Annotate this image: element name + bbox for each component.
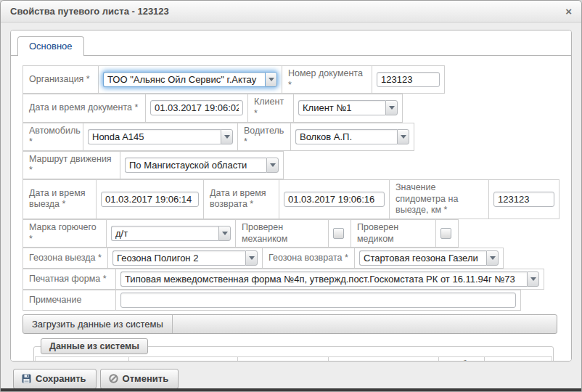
return-datetime-label: Дата и время возврата *	[210, 188, 273, 211]
mechanic-check-label: Проверен механиком	[242, 222, 322, 245]
chevron-down-icon	[530, 277, 536, 281]
route-label: Маршрут движения *	[29, 154, 114, 176]
chevron-down-icon	[249, 256, 255, 260]
note-input[interactable]	[120, 293, 516, 308]
load-system-data-button[interactable]: Загрузить данные из системы	[22, 314, 557, 334]
cancel-button[interactable]: Отменить	[100, 369, 179, 389]
geozone-return-combobox[interactable]	[359, 250, 499, 266]
form-row-fuel: Марка горючего * Проверен механиком Пров…	[22, 219, 459, 248]
form-row-note: Примечание	[22, 290, 521, 311]
window-bottom-edge	[1, 388, 581, 391]
tab-main-body: Организация * Номер документа *	[11, 55, 571, 362]
geozone-out-label: Геозона выезда *	[29, 253, 102, 264]
geozone-return-input[interactable]	[359, 250, 486, 266]
doc-number-input[interactable]	[377, 72, 440, 87]
print-form-combobox[interactable]	[120, 271, 539, 287]
client-dropdown-button[interactable]	[385, 100, 398, 115]
fuel-brand-label: Марка горючего *	[29, 222, 100, 245]
dialog-titlebar: Свойства путевого листа - 123123 ×	[1, 1, 581, 23]
driver-input[interactable]	[295, 129, 397, 144]
note-label: Примечание	[29, 295, 81, 306]
cancel-button-label: Отменить	[123, 373, 169, 384]
save-icon	[22, 374, 31, 383]
chevron-down-icon	[389, 106, 395, 110]
form-row-geozones: Геозона выезда * Геозона возврата *	[22, 248, 504, 269]
vehicle-label: Автомобиль *	[29, 126, 81, 148]
doc-number-label: Номер документа *	[288, 68, 366, 91]
form-row-doc-datetime: Дата и время документа * Клиент *	[22, 94, 403, 122]
form-row-print-form: Печатная форма *	[22, 269, 544, 290]
load-system-data-button-label: Загрузить данные из системы	[23, 315, 173, 333]
print-form-input[interactable]	[120, 271, 527, 287]
fuel-brand-dropdown-button[interactable]	[218, 226, 231, 241]
cancel-icon	[109, 374, 118, 383]
medic-checkbox[interactable]	[440, 228, 451, 239]
driver-combobox[interactable]	[295, 129, 409, 144]
client-input[interactable]	[298, 100, 385, 115]
form-row-departure: Дата и время выезда * Дата и время возвр…	[22, 179, 560, 219]
form-row-organization: Организация * Номер документа *	[22, 65, 445, 94]
organization-label: Организация *	[29, 74, 90, 86]
print-form-label: Печатная форма *	[29, 274, 107, 285]
client-label: Клиент *	[254, 97, 287, 119]
mechanic-checkbox[interactable]	[333, 228, 344, 239]
return-datetime-input[interactable]	[284, 192, 385, 207]
chevron-down-icon	[269, 78, 274, 81]
route-dropdown-button[interactable]	[266, 158, 279, 173]
odometer-out-label: Значение спидометра на выезде, км *	[395, 182, 483, 216]
fuel-brand-combobox[interactable]	[111, 226, 231, 241]
chevron-down-icon	[490, 256, 496, 260]
chevron-down-icon	[270, 163, 276, 167]
close-icon[interactable]: ×	[563, 6, 574, 17]
vehicle-dropdown-button[interactable]	[221, 129, 233, 144]
geozone-out-input[interactable]	[112, 250, 245, 266]
geozone-return-label: Геозона возврата *	[269, 253, 348, 264]
chevron-down-icon	[401, 135, 406, 139]
form-row-vehicle: Автомобиль * Водитель *	[22, 123, 414, 151]
geozone-out-combobox[interactable]	[112, 250, 258, 266]
geozone-return-dropdown-button[interactable]	[486, 250, 499, 266]
save-button[interactable]: Сохранить	[13, 369, 97, 389]
chevron-down-icon	[222, 232, 228, 235]
doc-datetime-input[interactable]	[150, 100, 243, 115]
chevron-down-icon	[224, 135, 230, 139]
dialog-body-panel: Основное Организация * Номер документа *	[10, 30, 572, 362]
medic-check-label: Проверен медиком	[357, 222, 430, 245]
organization-dropdown-button[interactable]	[265, 72, 277, 87]
driver-dropdown-button[interactable]	[397, 129, 409, 144]
driver-label: Водитель *	[244, 126, 284, 148]
route-input[interactable]	[125, 158, 266, 173]
save-button-label: Сохранить	[36, 373, 86, 384]
tab-main[interactable]: Основное	[17, 36, 84, 56]
route-combobox[interactable]	[125, 158, 279, 173]
client-combobox[interactable]	[298, 100, 398, 115]
tab-strip: Основное	[11, 30, 571, 55]
vehicle-input[interactable]	[88, 129, 221, 144]
form-row-route: Маршрут движения *	[22, 151, 284, 179]
organization-input[interactable]	[103, 72, 265, 87]
fuel-brand-input[interactable]	[111, 226, 218, 241]
dialog-title: Свойства путевого листа - 123123	[10, 6, 563, 17]
waybill-properties-dialog: Свойства путевого листа - 123123 × Основ…	[0, 0, 582, 392]
odometer-out-input[interactable]	[493, 192, 554, 207]
vehicle-combobox[interactable]	[88, 129, 233, 144]
organization-combobox[interactable]	[103, 72, 277, 87]
doc-datetime-label: Дата и время документа *	[29, 102, 138, 114]
depart-datetime-input[interactable]	[101, 192, 199, 207]
print-form-dropdown-button[interactable]	[527, 271, 539, 287]
geozone-out-dropdown-button[interactable]	[245, 250, 258, 266]
system-data-legend: Данные из системы	[41, 338, 148, 354]
dialog-footer: Сохранить Отменить	[1, 362, 581, 389]
system-data-row-1: Факт.дата и время выезда Факт.дата и вре…	[35, 356, 552, 362]
system-data-fieldset: Данные из системы Факт.дата и время выез…	[33, 346, 554, 362]
depart-datetime-label: Дата и время выезда *	[29, 188, 90, 211]
